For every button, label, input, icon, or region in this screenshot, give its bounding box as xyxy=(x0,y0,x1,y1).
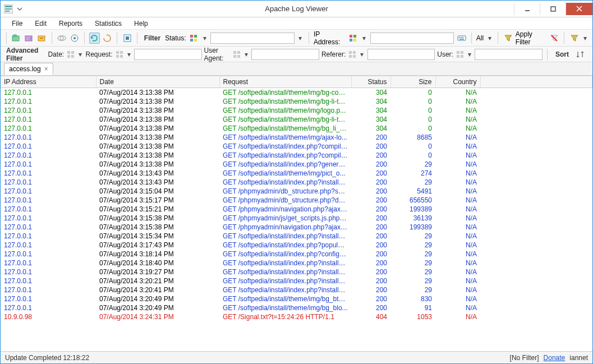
tool-icon-2[interactable] xyxy=(69,33,80,44)
tool-icon-1[interactable] xyxy=(57,33,67,44)
menu-file[interactable]: File xyxy=(6,19,28,29)
menu-help[interactable]: Help xyxy=(128,19,154,29)
col-date[interactable]: Date xyxy=(96,76,219,88)
maximize-button[interactable] xyxy=(540,3,566,15)
request-grid-icon[interactable] xyxy=(115,49,124,60)
table-row[interactable]: 127.0.0.107/Aug/2014 3:13:43 PMGET /soft… xyxy=(1,169,592,178)
cell-size: 29 xyxy=(390,178,435,187)
cell-country: N/A xyxy=(435,223,480,232)
table-row[interactable]: 127.0.0.107/Aug/2014 3:13:38 PMGET /soft… xyxy=(1,151,592,160)
request-dropdown-icon[interactable]: ▾ xyxy=(126,50,132,58)
table-row[interactable]: 127.0.0.107/Aug/2014 3:13:38 PMGET /soft… xyxy=(1,160,592,169)
col-status[interactable]: Status xyxy=(351,76,390,88)
table-row[interactable]: 127.0.0.107/Aug/2014 3:19:27 PMGET /soft… xyxy=(1,268,592,277)
table-row[interactable]: 127.0.0.107/Aug/2014 3:15:38 PMGET /phpm… xyxy=(1,214,592,223)
table-row[interactable]: 127.0.0.107/Aug/2014 3:20:49 PMGET /soft… xyxy=(1,303,592,312)
request-filter-input[interactable] xyxy=(134,49,202,60)
cell-date: 07/Aug/2014 3:20:49 PM xyxy=(96,294,219,303)
clear-filter-icon[interactable] xyxy=(549,33,560,44)
refresh-icon[interactable] xyxy=(89,33,100,44)
toolbar: + Filter Status: ▾ ▾ IP Address: ▾ All ▾… xyxy=(1,30,592,47)
status-input-dropdown-icon[interactable]: ▾ xyxy=(297,34,304,42)
ip-filter-input[interactable] xyxy=(370,33,454,44)
useragent-filter-input[interactable] xyxy=(251,49,319,60)
donate-link[interactable]: Donate xyxy=(544,354,566,362)
table-row[interactable]: 127.0.0.107/Aug/2014 3:13:43 PMGET /soft… xyxy=(1,178,592,187)
cell-size: 1053 xyxy=(390,312,435,321)
tab-accesslog[interactable]: access.log × xyxy=(4,63,53,75)
status-filter-input[interactable] xyxy=(210,33,295,44)
tab-close-icon[interactable]: × xyxy=(44,65,48,73)
referer-grid-icon[interactable] xyxy=(348,49,357,60)
col-request[interactable]: Request xyxy=(219,76,351,88)
sort-icon[interactable] xyxy=(574,49,586,60)
table-row[interactable]: 127.0.0.107/Aug/2014 3:18:40 PMGET /soft… xyxy=(1,259,592,268)
remove-log-icon[interactable] xyxy=(36,33,47,44)
svg-text:+: + xyxy=(29,36,32,42)
svg-rect-21 xyxy=(194,35,197,38)
open-log-icon[interactable] xyxy=(11,33,22,44)
auto-refresh-icon[interactable] xyxy=(102,33,113,44)
col-size[interactable]: Size xyxy=(390,76,435,88)
table-row[interactable]: 127.0.0.107/Aug/2014 3:20:49 PMGET /soft… xyxy=(1,294,592,303)
table-row[interactable]: 127.0.0.107/Aug/2014 3:13:38 PMGET /soft… xyxy=(1,133,592,142)
table-row[interactable]: 127.0.0.107/Aug/2014 3:15:34 PMGET /soft… xyxy=(1,232,592,241)
table-row[interactable]: 127.0.0.107/Aug/2014 3:13:38 PMGET /soft… xyxy=(1,106,592,115)
minimize-button[interactable] xyxy=(514,3,540,15)
brand-label: iannet xyxy=(569,354,588,362)
date-grid-icon[interactable] xyxy=(66,49,75,60)
table-row[interactable]: 127.0.0.107/Aug/2014 3:13:38 PMGET /soft… xyxy=(1,97,592,106)
dropdown-icon[interactable] xyxy=(15,4,24,13)
apply-filter-icon[interactable] xyxy=(503,33,513,44)
user-filter-input[interactable] xyxy=(475,49,543,60)
cell-country: N/A xyxy=(435,133,480,142)
apply-filter-label[interactable]: Apply Filter xyxy=(516,30,547,46)
table-row[interactable]: 10.9.0.9807/Aug/2014 3:24:31 PMGET /Sign… xyxy=(1,312,592,321)
user-dropdown-icon[interactable]: ▾ xyxy=(467,50,472,58)
table-row[interactable]: 127.0.0.107/Aug/2014 3:13:38 PMGET /soft… xyxy=(1,142,592,151)
menu-statistics[interactable]: Statistics xyxy=(89,19,127,29)
table-row[interactable]: 127.0.0.107/Aug/2014 3:15:38 PMGET /phpm… xyxy=(1,223,592,232)
cell-status: 200 xyxy=(351,223,390,232)
date-dropdown-icon[interactable]: ▾ xyxy=(77,50,83,58)
menu-reports[interactable]: Reports xyxy=(53,19,88,29)
ip-dropdown-icon[interactable]: ▾ xyxy=(361,34,368,42)
col-country[interactable]: Country xyxy=(435,76,480,88)
ip-grid-icon[interactable] xyxy=(348,33,358,44)
table-row[interactable]: 127.0.0.107/Aug/2014 3:18:14 PMGET /soft… xyxy=(1,250,592,259)
referer-filter-input[interactable] xyxy=(367,49,435,60)
table-row[interactable]: 127.0.0.107/Aug/2014 3:17:43 PMGET /soft… xyxy=(1,241,592,250)
cell-status: 200 xyxy=(351,294,390,303)
all-label[interactable]: All xyxy=(476,34,484,42)
referer-dropdown-icon[interactable]: ▾ xyxy=(359,50,365,58)
table-row[interactable]: 127.0.0.107/Aug/2014 3:20:41 PMGET /soft… xyxy=(1,285,592,294)
log-table-wrap[interactable]: IP Address Date Request Status Size Coun… xyxy=(1,76,592,351)
filter-menu-icon[interactable] xyxy=(569,33,580,44)
useragent-grid-icon[interactable] xyxy=(232,49,241,60)
menu-edit[interactable]: Edit xyxy=(29,19,52,29)
status-dropdown-icon[interactable]: ▾ xyxy=(201,34,208,42)
col-ip[interactable]: IP Address xyxy=(1,76,96,88)
table-row[interactable]: 127.0.0.107/Aug/2014 3:20:21 PMGET /soft… xyxy=(1,277,592,285)
table-row[interactable]: 127.0.0.107/Aug/2014 3:15:17 PMGET /phpm… xyxy=(1,196,592,205)
svg-rect-47 xyxy=(353,51,356,54)
settings-icon[interactable] xyxy=(122,33,132,44)
filter-menu-dropdown-icon[interactable]: ▾ xyxy=(582,34,589,42)
user-grid-icon[interactable] xyxy=(456,49,465,60)
all-dropdown-icon[interactable]: ▾ xyxy=(486,34,493,42)
add-log-icon[interactable]: + xyxy=(24,33,35,44)
table-row[interactable]: 127.0.0.107/Aug/2014 3:15:04 PMGET /phpm… xyxy=(1,187,592,196)
close-button[interactable] xyxy=(566,3,592,15)
useragent-dropdown-icon[interactable]: ▾ xyxy=(243,50,249,58)
cell-status: 200 xyxy=(351,205,390,214)
table-row[interactable]: 127.0.0.107/Aug/2014 3:13:38 PMGET /soft… xyxy=(1,88,592,98)
table-row[interactable]: 127.0.0.107/Aug/2014 3:13:38 PMGET /soft… xyxy=(1,124,592,133)
table-row[interactable]: 127.0.0.107/Aug/2014 3:13:38 PMGET /soft… xyxy=(1,115,592,124)
table-row[interactable]: 127.0.0.107/Aug/2014 3:15:21 PMGET /phpm… xyxy=(1,205,592,214)
keyboard-icon[interactable] xyxy=(456,33,467,44)
cell-status: 200 xyxy=(351,133,390,142)
cell-req: GET /softpedia/install/theme/img/ajax-lo… xyxy=(219,133,351,142)
status-grid-icon[interactable] xyxy=(189,33,199,44)
advanced-filter-label: Advanced Filter xyxy=(4,47,45,62)
cell-size: 8685 xyxy=(390,133,435,142)
